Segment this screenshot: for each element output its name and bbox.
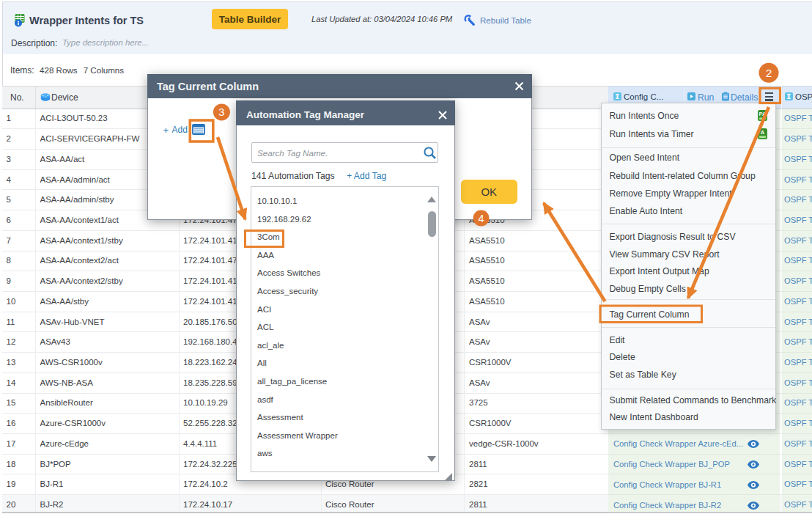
svg-text:3: 3 (218, 106, 224, 118)
svg-text:4: 4 (478, 213, 484, 224)
svg-text:2: 2 (766, 67, 772, 79)
